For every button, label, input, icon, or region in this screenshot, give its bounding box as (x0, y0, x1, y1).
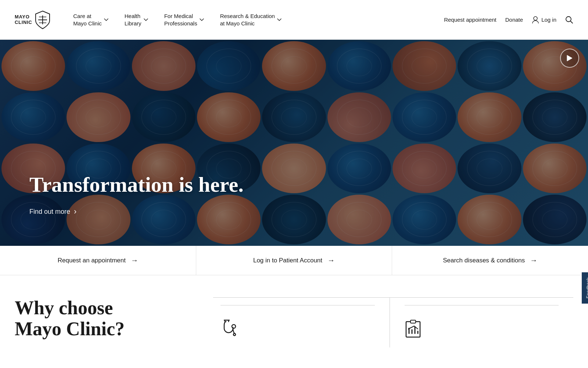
mayo-shield-icon (35, 10, 50, 29)
card-divider (220, 305, 375, 305)
logo[interactable]: MAYO CLINIC (15, 10, 50, 29)
why-section: Why chooseMayo Clinic? (0, 275, 588, 368)
login-area[interactable]: Log in (532, 16, 556, 24)
quick-link-diseases-label: Search diseases & conditions (443, 257, 525, 264)
hero-cta-link[interactable]: Find out more › (29, 207, 244, 216)
logo-line2: CLINIC (15, 20, 32, 25)
svg-rect-13 (410, 320, 416, 323)
feedback-label: Feedback (585, 277, 588, 298)
svg-point-4 (534, 17, 537, 20)
header-actions: Request appointment Donate Log in (444, 16, 573, 24)
quick-links-bar: Request an appointment → Log in to Patie… (0, 246, 588, 275)
hero-section: Transformation is here. Find out more › (0, 40, 588, 246)
nav-research-label: Research & Educationat Mayo Clinic (220, 13, 275, 27)
hero-title: Transformation is here. (29, 173, 244, 197)
stethoscope-icon (220, 319, 239, 339)
why-cards (213, 297, 573, 347)
nav-professionals-label: For MedicalProfessionals (164, 13, 197, 27)
hero-cta-label: Find out more (29, 208, 70, 216)
arrow-right-icon: → (131, 256, 138, 265)
quick-link-request[interactable]: Request an appointment → (0, 246, 196, 275)
donate-button[interactable]: Donate (505, 17, 523, 23)
play-button[interactable] (560, 49, 579, 68)
card-divider (405, 305, 559, 305)
nav-care[interactable]: Care atMayo Clinic (65, 10, 116, 30)
chevron-down-icon (200, 18, 204, 22)
search-icon (565, 16, 573, 24)
svg-line-6 (570, 21, 573, 23)
nav-health-label: HealthLibrary (125, 13, 141, 27)
nav-health-library[interactable]: HealthLibrary (116, 10, 156, 30)
clipboard-chart-icon (405, 319, 422, 340)
arrow-right-icon: → (327, 256, 335, 265)
arrow-right-icon: → (530, 256, 537, 265)
svg-point-7 (232, 325, 236, 328)
quick-link-diseases[interactable]: Search diseases & conditions → (392, 246, 588, 275)
nav-research[interactable]: Research & Educationat Mayo Clinic (212, 10, 290, 30)
hero-content: Transformation is here. Find out more › (29, 173, 244, 216)
login-label: Log in (541, 17, 556, 23)
quick-link-request-label: Request an appointment (58, 257, 126, 264)
svg-rect-12 (406, 322, 420, 337)
logo-line1: MAYO (15, 14, 32, 20)
search-button[interactable] (565, 16, 573, 24)
play-icon (566, 54, 573, 62)
chevron-down-icon (104, 18, 108, 22)
arrow-right-icon: › (74, 207, 76, 216)
site-header: MAYO CLINIC Care atMayo Clinic HealthLib… (0, 0, 588, 40)
nav-professionals[interactable]: For MedicalProfessionals (156, 10, 212, 30)
chevron-down-icon (277, 18, 282, 22)
main-nav: Care atMayo Clinic HealthLibrary For Med… (65, 10, 444, 30)
why-title: Why chooseMayo Clinic? (15, 297, 191, 339)
why-card-expertise (213, 297, 390, 347)
user-icon (532, 16, 539, 24)
request-appointment-link[interactable]: Request appointment (444, 17, 496, 23)
quick-link-patient-account[interactable]: Log in to Patient Account → (196, 246, 392, 275)
why-card-research (390, 297, 574, 347)
feedback-tab[interactable]: Feedback (582, 272, 588, 304)
svg-point-8 (233, 333, 236, 336)
chevron-down-icon (144, 18, 148, 22)
quick-link-patient-label: Log in to Patient Account (253, 257, 322, 264)
why-text: Why chooseMayo Clinic? (15, 297, 191, 339)
nav-care-label: Care atMayo Clinic (73, 13, 102, 27)
